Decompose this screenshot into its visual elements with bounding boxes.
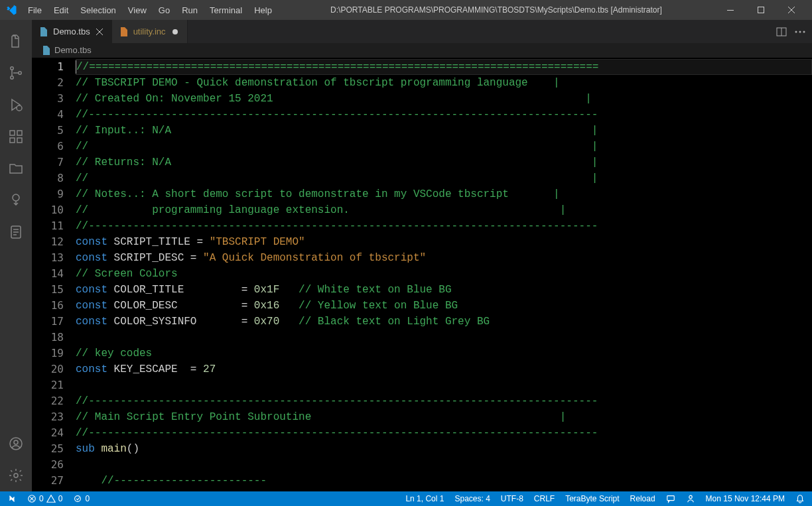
tabs-bar: Demo.tbs utility.inc: [32, 20, 812, 43]
code-line[interactable]: const KEY_ESCAPE = 27: [76, 361, 812, 377]
code-line[interactable]: const COLOR_SYSINFO = 0x70 // Black text…: [76, 314, 812, 330]
modified-indicator-icon[interactable]: [170, 27, 180, 37]
settings-gear-icon[interactable]: [0, 460, 32, 491]
svg-point-15: [172, 29, 178, 34]
editor[interactable]: 1234567891011121314151617181920212223242…: [32, 58, 812, 491]
menu-go[interactable]: Go: [153, 3, 175, 18]
tab-utility-inc[interactable]: utility.inc: [112, 20, 188, 43]
clock[interactable]: Mon 15 Nov 12:44 PM: [704, 494, 787, 503]
code-line[interactable]: [76, 457, 812, 473]
code-line[interactable]: // Input..: N/A |: [76, 123, 812, 139]
menu-terminal[interactable]: Terminal: [204, 3, 247, 18]
more-actions-icon[interactable]: [795, 31, 805, 33]
line-number: 18: [32, 330, 64, 346]
line-number: 16: [32, 298, 64, 314]
code-line[interactable]: const COLOR_TITLE = 0x1F // White text o…: [76, 282, 812, 298]
window-title: D:\PORTABLE PROGRAMS\PROGRAMMING\TBOSDTS…: [277, 5, 715, 15]
code-line[interactable]: //--------------------------------------…: [76, 218, 812, 234]
extensions-icon[interactable]: [0, 121, 32, 153]
file-icon: [38, 27, 49, 37]
line-number: 2: [32, 75, 64, 91]
code-line[interactable]: //--------------------------------------…: [76, 107, 812, 123]
svg-point-19: [799, 31, 801, 32]
code-line[interactable]: // |: [76, 170, 812, 186]
menu-view[interactable]: View: [123, 3, 152, 18]
split-editor-icon[interactable]: [776, 27, 787, 37]
person-icon[interactable]: [684, 494, 697, 503]
minimize-button[interactable]: [715, 0, 746, 20]
menu-run[interactable]: Run: [176, 3, 203, 18]
code-line[interactable]: // programming language extension. |: [76, 202, 812, 218]
svg-point-20: [803, 31, 805, 32]
line-number: 7: [32, 155, 64, 170]
code-line[interactable]: //------------------------: [76, 473, 812, 489]
encoding[interactable]: UTF-8: [499, 494, 525, 503]
code-line[interactable]: //======================================…: [76, 59, 812, 75]
tab-demo-tbs[interactable]: Demo.tbs: [32, 20, 112, 43]
code-line[interactable]: //--------------------------------------…: [76, 425, 812, 441]
breadcrumbs[interactable]: Demo.tbs: [32, 43, 812, 58]
code-line[interactable]: [76, 330, 812, 346]
explorer-icon[interactable]: [0, 25, 32, 57]
remote-button[interactable]: [5, 494, 19, 503]
cursor-position[interactable]: Ln 1, Col 1: [403, 494, 446, 503]
menu-edit[interactable]: Edit: [48, 3, 74, 18]
line-number-gutter: 1234567891011121314151617181920212223242…: [32, 58, 76, 491]
line-number: 23: [32, 409, 64, 425]
svg-point-13: [14, 440, 18, 444]
menu-file[interactable]: File: [23, 3, 47, 18]
code-line[interactable]: //--------------------------------------…: [76, 393, 812, 409]
errors-warnings[interactable]: 0 0: [25, 494, 64, 503]
menu-help[interactable]: Help: [249, 3, 277, 18]
svg-point-4: [19, 72, 21, 74]
line-number: 17: [32, 314, 64, 330]
svg-point-14: [14, 474, 18, 477]
todo-icon[interactable]: [0, 216, 32, 248]
line-number: 27: [32, 473, 64, 489]
indentation[interactable]: Spaces: 4: [452, 494, 492, 503]
code-line[interactable]: const SCRIPT_DESC = "A Quick Demonstrati…: [76, 250, 812, 266]
line-number: 24: [32, 425, 64, 441]
gistpad-icon[interactable]: [0, 184, 32, 216]
run-debug-icon[interactable]: [0, 89, 32, 121]
code-line[interactable]: // Main Script Entry Point Subroutine |: [76, 409, 812, 425]
code-line[interactable]: // TBSCRIPT DEMO - Quick demonstration o…: [76, 75, 812, 91]
line-number: 22: [32, 393, 64, 409]
feedback-icon[interactable]: [664, 494, 677, 503]
code-line[interactable]: // |: [76, 139, 812, 155]
project-manager-icon[interactable]: [0, 153, 32, 184]
tab-label: Demo.tbs: [53, 27, 90, 36]
close-button[interactable]: [776, 0, 807, 20]
reload-button[interactable]: Reload: [628, 494, 657, 503]
maximize-button[interactable]: [746, 0, 776, 20]
code-line[interactable]: // Returns: N/A |: [76, 155, 812, 170]
code-line[interactable]: [76, 377, 812, 393]
ports[interactable]: 0: [71, 494, 92, 503]
svg-rect-23: [667, 496, 674, 501]
svg-point-22: [75, 496, 81, 502]
source-control-icon[interactable]: [0, 57, 32, 89]
line-number: 14: [32, 266, 64, 282]
code-line[interactable]: // Created On: November 15 2021 |: [76, 91, 812, 107]
file-icon: [41, 45, 52, 56]
line-number: 1: [32, 59, 64, 75]
code-line[interactable]: const SCRIPT_TITLE = "TBSCRIPT DEMO": [76, 234, 812, 250]
code-line[interactable]: // Initialize terminal: [76, 489, 812, 491]
code-line[interactable]: // key codes: [76, 346, 812, 361]
notifications-bell-icon[interactable]: [793, 494, 807, 503]
language-mode[interactable]: TeraByte Script: [563, 494, 621, 503]
code-area[interactable]: //======================================…: [76, 58, 812, 491]
line-number: 6: [32, 139, 64, 155]
code-line[interactable]: // Notes..: A short demo script to demon…: [76, 186, 812, 202]
tab-label: utility.inc: [133, 27, 166, 36]
line-number: 12: [32, 234, 64, 250]
code-line[interactable]: const COLOR_DESC = 0x16 // Yellow text o…: [76, 298, 812, 314]
code-line[interactable]: // Screen Colors: [76, 266, 812, 282]
menu-selection[interactable]: Selection: [75, 3, 121, 18]
close-icon[interactable]: [94, 27, 105, 37]
line-number: 11: [32, 218, 64, 234]
eol[interactable]: CRLF: [532, 494, 557, 503]
svg-rect-6: [10, 131, 15, 135]
code-line[interactable]: sub main(): [76, 441, 812, 457]
account-icon[interactable]: [0, 428, 32, 460]
